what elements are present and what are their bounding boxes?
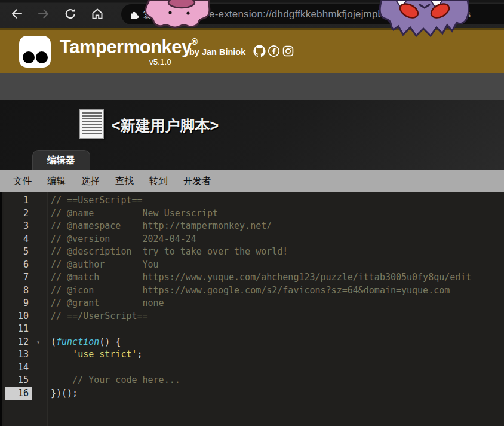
line-gutter: 13	[2, 348, 46, 361]
menu-item-edit[interactable]: 编辑	[47, 175, 66, 188]
fold-arrow-icon[interactable]: ▾	[32, 336, 45, 349]
line-gutter: 12▾	[2, 336, 46, 349]
code-text: // @author You	[46, 259, 159, 272]
back-arrow-icon	[10, 7, 24, 21]
editor-line[interactable]: 1// ==UserScript==	[2, 194, 504, 207]
editor-line[interactable]: 9// @grant none	[2, 297, 504, 310]
fold-gutter	[32, 259, 45, 272]
paper-text-lines	[82, 112, 102, 136]
tab-editor[interactable]: 编辑器	[32, 150, 90, 170]
page-title: <新建用户脚本>	[112, 116, 219, 136]
editor-line[interactable]: 15 // Your code here...	[2, 374, 504, 387]
fold-gutter	[32, 361, 45, 375]
reload-button[interactable]	[63, 7, 78, 21]
code-editor[interactable]: 1// ==UserScript==2// @name New Userscri…	[0, 192, 504, 426]
menu-item-find[interactable]: 查找	[115, 175, 134, 188]
facebook-icon[interactable]	[268, 45, 280, 57]
line-gutter: 3	[2, 220, 46, 233]
line-number: 11	[5, 323, 32, 336]
line-number-active: 16	[5, 387, 32, 400]
line-number: 13	[5, 348, 32, 361]
tab-editor-label: 编辑器	[47, 154, 75, 167]
fold-gutter	[32, 348, 45, 361]
line-number: 4	[5, 233, 32, 246]
menu-item-developer[interactable]: 开发者	[183, 175, 211, 188]
line-gutter: 6	[2, 259, 46, 272]
app-title: Tampermonkey®	[60, 36, 198, 58]
fold-gutter	[32, 374, 45, 387]
fold-gutter	[32, 284, 45, 298]
line-gutter: 2	[2, 207, 46, 220]
instagram-icon[interactable]	[282, 45, 294, 57]
line-gutter: 1	[2, 194, 46, 207]
line-gutter: 11	[2, 323, 46, 336]
forward-arrow-icon	[36, 7, 51, 21]
editor-menubar: 文件编辑选择查找转到开发者	[0, 170, 504, 192]
code-text: // @namespace http://tampermonkey.net/	[46, 220, 272, 233]
code-text	[46, 361, 51, 375]
editor-lines: 1// ==UserScript==2// @name New Userscri…	[2, 194, 504, 400]
menu-item-goto[interactable]: 转到	[149, 175, 168, 188]
line-number: 10	[5, 310, 32, 323]
fold-gutter	[32, 246, 45, 259]
code-text: // Your code here...	[46, 374, 180, 387]
line-number: 7	[5, 271, 32, 284]
editor-line[interactable]: 8// @icon https://www.google.com/s2/favi…	[2, 284, 504, 298]
github-icon[interactable]	[253, 45, 266, 57]
editor-line[interactable]: 14	[2, 361, 504, 375]
fold-gutter	[32, 220, 45, 233]
editor-line[interactable]: 3// @namespace http://tampermonkey.net/	[2, 220, 504, 233]
app-byline: by Jan Biniok	[189, 47, 245, 57]
code-text: })();	[46, 387, 78, 400]
line-gutter: 8	[2, 284, 46, 298]
gengar-image	[378, 0, 475, 37]
gray-band	[0, 73, 504, 100]
fold-gutter	[32, 310, 45, 323]
fold-gutter	[32, 207, 45, 220]
code-text: // @grant none	[46, 297, 164, 310]
app-version: v5.1.0	[149, 57, 171, 66]
line-gutter: 14	[2, 361, 46, 375]
editor-line[interactable]: 13 'use strict';	[2, 348, 504, 361]
ditto-image	[142, 0, 216, 29]
editor-line[interactable]: 4// @version 2024-04-24	[2, 233, 504, 246]
code-text	[46, 323, 51, 336]
line-gutter: 16	[2, 387, 46, 400]
line-number: 1	[5, 194, 32, 207]
line-number: 6	[5, 259, 32, 272]
code-text: // @version 2024-04-24	[46, 233, 196, 246]
line-number: 12	[5, 336, 32, 349]
home-icon	[90, 7, 105, 21]
extension-puzzle-icon	[129, 10, 139, 20]
line-gutter: 5	[2, 246, 46, 259]
fold-gutter	[32, 387, 45, 400]
editor-line[interactable]: 12▾(function() {	[2, 336, 504, 349]
editor-line[interactable]: 11	[2, 323, 504, 336]
line-gutter: 7	[2, 271, 46, 284]
code-text: // ==UserScript==	[46, 194, 143, 207]
code-text: // @match https://www.yuque.com/ahcheng1…	[46, 271, 471, 284]
forward-button[interactable]	[36, 7, 51, 21]
editor-line[interactable]: 5// @description try to take over the wo…	[2, 246, 504, 259]
fold-gutter	[32, 194, 45, 207]
line-number: 2	[5, 207, 32, 220]
code-text: // @name New Userscript	[46, 207, 218, 220]
fold-gutter	[32, 233, 45, 246]
editor-line[interactable]: 6// @author You	[2, 259, 504, 272]
code-text: (function() {	[46, 336, 121, 349]
code-text: // @description try to take over the wor…	[46, 246, 288, 259]
back-button[interactable]	[10, 7, 24, 21]
editor-line[interactable]: 7// @match https://www.yuque.com/ahcheng…	[2, 271, 504, 284]
line-number: 15	[5, 374, 32, 387]
home-button[interactable]	[90, 7, 105, 21]
app-name: Tampermonkey	[60, 36, 192, 57]
line-number: 8	[5, 284, 32, 298]
line-number: 14	[5, 361, 32, 375]
editor-line[interactable]: 16})();	[2, 387, 504, 400]
menu-item-file[interactable]: 文件	[13, 175, 32, 188]
line-number: 3	[5, 220, 32, 233]
editor-line[interactable]: 2// @name New Userscript	[2, 207, 504, 220]
menu-item-select[interactable]: 选择	[81, 175, 100, 188]
line-gutter: 9	[2, 297, 46, 310]
editor-line[interactable]: 10// ==/UserScript==	[2, 310, 504, 323]
